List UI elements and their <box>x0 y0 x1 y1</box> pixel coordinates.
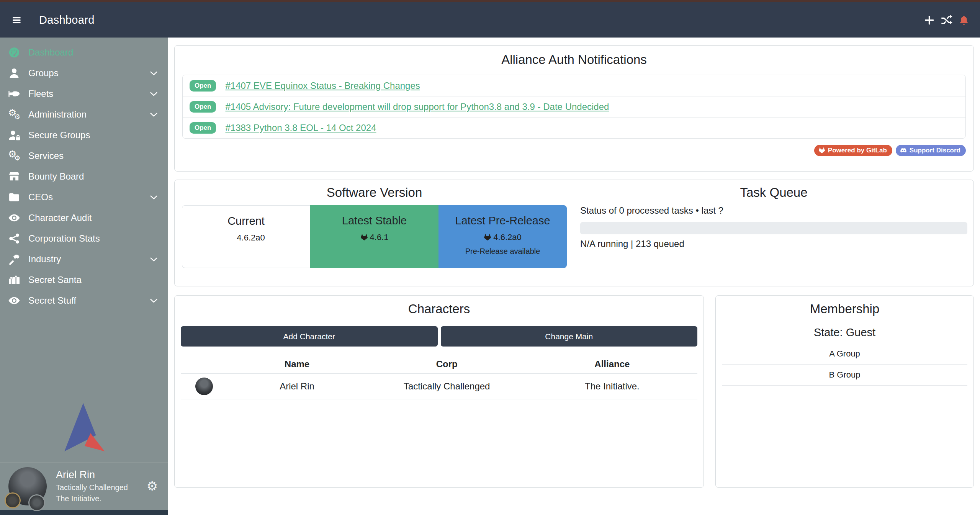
character-corp-cell: Tactically Challenged <box>367 381 527 392</box>
sidebar-item-administration[interactable]: ⚙⚙ Administration <box>0 104 168 125</box>
chevron-down-icon <box>149 296 159 306</box>
sidebar-item-corporation-stats[interactable]: Corporation Stats <box>0 228 168 249</box>
user-settings-gear-icon[interactable]: ⚙ <box>146 480 158 492</box>
corp-column-header: Corp <box>367 359 527 369</box>
sidebar-item-bounty-board[interactable]: Bounty Board <box>0 166 168 187</box>
notification-row: Open #1407 EVE Equinox Status - Breaking… <box>183 75 965 96</box>
eye-icon <box>8 294 21 307</box>
user-lock-icon <box>8 129 21 141</box>
sidebar-item-label: Secret Santa <box>28 275 82 285</box>
sidebar-nav: Dashboard Groups Fleets ⚙⚙ Administratio… <box>0 38 168 311</box>
user-avatar <box>8 467 47 505</box>
characters-table-header: Name Corp Alliance <box>181 355 697 373</box>
add-icon[interactable] <box>923 14 935 26</box>
membership-title: Membership <box>722 302 967 316</box>
chevron-down-icon <box>149 89 159 99</box>
version-cell-latest-stable: Latest Stable 4.6.1 <box>310 205 438 268</box>
membership-groups-list: A Group B Group <box>722 343 967 386</box>
sidebar-footer-strip <box>0 510 168 515</box>
page-title: Dashboard <box>39 14 95 26</box>
software-version-task-queue-card: Software Version Current 4.6.2a0 Latest … <box>174 180 974 286</box>
main-content: Alliance Auth Notifications Open #1407 E… <box>168 38 980 515</box>
alliance-column-header: Alliance <box>527 359 697 369</box>
sidebar-item-dashboard[interactable]: Dashboard <box>0 42 168 63</box>
chevron-down-icon <box>149 69 159 78</box>
shop-icon <box>8 170 21 183</box>
version-table: Current 4.6.2a0 Latest Stable 4.6.1 <box>182 205 567 268</box>
gitlab-tag-icon <box>227 234 235 242</box>
discord-badge-label: Support Discord <box>910 147 960 154</box>
chevron-down-icon <box>149 255 159 264</box>
sidebar-item-label: Administration <box>28 109 87 120</box>
gitlab-icon <box>818 147 825 154</box>
version-cell-latest-prerelease: Latest Pre-Release 4.6.2a0 Pre-Release a… <box>438 205 567 268</box>
sidebar-item-label: Services <box>28 150 64 161</box>
notifications-list: Open #1407 EVE Equinox Status - Breaking… <box>182 75 966 139</box>
version-number: 4.6.1 <box>370 232 389 242</box>
sidebar-item-ceos[interactable]: CEOs <box>0 187 168 208</box>
gitlab-tag-icon <box>360 234 368 241</box>
sidebar-item-label: Secret Stuff <box>28 295 76 306</box>
sidebar-item-secure-groups[interactable]: Secure Groups <box>0 125 168 146</box>
gitlab-tag-icon <box>484 234 491 241</box>
folder-icon <box>8 191 21 203</box>
sidebar-item-label: Fleets <box>28 88 53 99</box>
notifications-title: Alliance Auth Notifications <box>182 52 966 67</box>
eye-icon <box>8 212 21 224</box>
user-alliance: The Initiative. <box>56 494 128 503</box>
task-queue-status-line: Status of 0 processed tasks • last ? <box>580 205 967 216</box>
sidebar-item-fleets[interactable]: Fleets <box>0 83 168 104</box>
character-name-cell: Ariel Rin <box>227 381 366 392</box>
user-corp: Tactically Challenged <box>56 483 128 492</box>
software-version-title: Software Version <box>181 185 568 200</box>
version-number: 4.6.2a0 <box>493 232 521 242</box>
sidebar-item-label: Groups <box>28 68 59 78</box>
chevron-down-icon <box>149 193 159 202</box>
sidebar-item-services[interactable]: ⚙⚙ Services <box>0 146 168 166</box>
notification-link[interactable]: #1405 Advisory: Future development will … <box>225 101 609 112</box>
character-row-avatar <box>195 378 213 395</box>
sidebar-item-label: Corporation Stats <box>28 233 100 244</box>
version-cell-label: Current <box>182 215 310 227</box>
sidebar-item-label: Dashboard <box>28 47 73 58</box>
top-navbar: Dashboard <box>0 2 980 38</box>
discord-icon <box>900 147 907 154</box>
characters-table: Name Corp Alliance Ariel Rin Tactically … <box>181 355 697 399</box>
sidebar-item-secret-santa[interactable]: Secret Santa <box>0 270 168 290</box>
corp-logo-badge <box>5 492 21 508</box>
sidebar-item-secret-stuff[interactable]: Secret Stuff <box>0 290 168 311</box>
list-item: B Group <box>722 365 967 386</box>
chevron-down-icon <box>149 110 159 119</box>
name-column-header: Name <box>227 359 366 369</box>
sidebar-item-label: Secure Groups <box>28 130 90 141</box>
shuffle-icon[interactable] <box>941 14 953 26</box>
menu-hamburger-icon[interactable] <box>11 16 22 25</box>
change-main-button[interactable]: Change Main <box>441 326 698 347</box>
version-cell-current: Current 4.6.2a0 <box>182 205 310 268</box>
notification-row: Open #1383 Python 3.8 EOL - 14 Oct 2024 <box>183 117 965 138</box>
add-character-button[interactable]: Add Character <box>181 326 438 347</box>
notification-row: Open #1405 Advisory: Future development … <box>183 96 965 117</box>
characters-card: Characters Add Character Change Main Nam… <box>174 295 704 488</box>
prerelease-note: Pre-Release available <box>438 247 567 256</box>
support-discord-badge[interactable]: Support Discord <box>896 145 966 156</box>
version-cell-label: Latest Stable <box>310 214 438 227</box>
notifications-footer: Powered by GitLab Support Discord <box>182 145 966 156</box>
notification-link[interactable]: #1407 EVE Equinox Status - Breaking Chan… <box>225 80 420 91</box>
status-badge: Open <box>190 80 216 92</box>
sidebar-item-character-audit[interactable]: Character Audit <box>0 208 168 228</box>
sidebar-item-industry[interactable]: Industry <box>0 249 168 270</box>
table-row: Ariel Rin Tactically Challenged The Init… <box>181 373 697 399</box>
gifts-icon <box>8 274 21 286</box>
gears-icon: ⚙⚙ <box>8 108 21 121</box>
notifications-bell-icon[interactable] <box>959 14 969 26</box>
software-version-section: Software Version Current 4.6.2a0 Latest … <box>175 185 574 281</box>
notification-link[interactable]: #1383 Python 3.8 EOL - 14 Oct 2024 <box>225 123 376 133</box>
status-badge: Open <box>190 122 216 134</box>
sidebar: Dashboard Groups Fleets ⚙⚙ Administratio… <box>0 38 168 515</box>
sidebar-item-groups[interactable]: Groups <box>0 63 168 83</box>
powered-by-gitlab-badge[interactable]: Powered by GitLab <box>814 145 892 156</box>
sidebar-item-label: Bounty Board <box>28 171 84 182</box>
membership-card: Membership State: Guest A Group B Group <box>715 295 974 488</box>
space-shuttle-icon <box>8 88 21 100</box>
